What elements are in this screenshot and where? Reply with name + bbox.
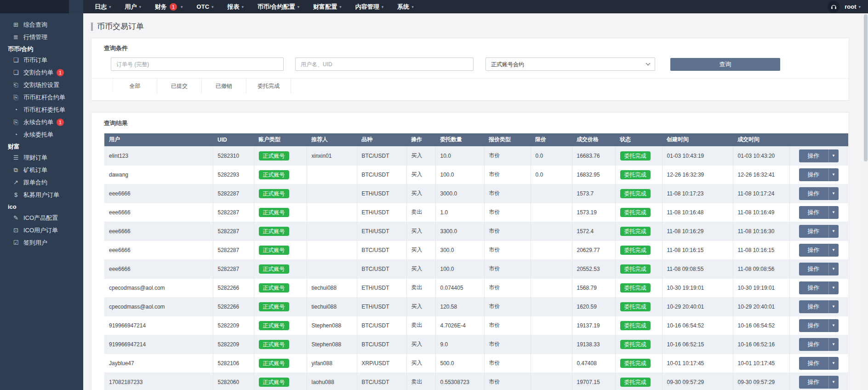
cell-actions: 操作▼ bbox=[789, 222, 848, 241]
cell-dealt-at: 10-01 10:17:45 bbox=[733, 354, 789, 373]
search-button[interactable]: 查询 bbox=[670, 58, 780, 71]
status-badge: 委托完成 bbox=[620, 359, 651, 368]
action-dropdown-toggle[interactable]: ▼ bbox=[828, 376, 839, 389]
column-header-12: 创建时间 bbox=[662, 133, 733, 146]
nav-item-otc[interactable]: OTC▾ bbox=[190, 0, 221, 13]
support-avatar[interactable] bbox=[828, 1, 839, 13]
cell-dealt-at: 11-08 10:17:24 bbox=[733, 184, 789, 203]
vertical-scrollbar[interactable] bbox=[863, 13, 868, 390]
action-button[interactable]: 操作 bbox=[799, 187, 828, 200]
action-dropdown-toggle[interactable]: ▼ bbox=[828, 187, 839, 200]
action-dropdown-toggle[interactable]: ▼ bbox=[828, 319, 839, 332]
sidebar-toggle[interactable] bbox=[69, 0, 83, 13]
action-button[interactable]: 操作 bbox=[799, 357, 828, 370]
nav-item-finance[interactable]: 财务1▾ bbox=[148, 0, 190, 13]
action-dropdown-toggle[interactable]: ▼ bbox=[828, 338, 839, 351]
sidebar-item-market-management[interactable]: ≣行情管理 bbox=[0, 31, 83, 43]
cell-dealt-at: 11-08 10:16:49 bbox=[733, 203, 789, 222]
sidebar-item-delivery-risk-settings[interactable]: ⎗交割场控设置 bbox=[0, 79, 83, 91]
status-badge: 委托完成 bbox=[620, 302, 651, 311]
cell-account-type: 正式账号 bbox=[254, 222, 307, 241]
status-badge: 委托完成 bbox=[620, 340, 651, 349]
nav-item-system[interactable]: 系统▾ bbox=[390, 0, 421, 13]
cell-status: 委托完成 bbox=[615, 297, 662, 316]
sidebar-item-coin-leverage-entrust-orders[interactable]: ◔币币杠杆委托单 bbox=[0, 103, 83, 116]
action-dropdown-toggle[interactable]: ▼ bbox=[828, 244, 839, 257]
account-type-badge: 正式账号 bbox=[259, 227, 289, 236]
tab-submitted[interactable]: 已提交 bbox=[157, 79, 202, 93]
order-number-input[interactable] bbox=[111, 57, 284, 71]
cell-uid: 5282287 bbox=[213, 259, 254, 278]
account-type-badge: 正式账号 bbox=[259, 151, 289, 161]
cell-amount: 0.55308723 bbox=[435, 373, 484, 390]
action-dropdown-toggle[interactable]: ▼ bbox=[828, 281, 839, 294]
action-button[interactable]: 操作 bbox=[799, 319, 828, 332]
nav-item-content-management[interactable]: 内容管理▾ bbox=[348, 0, 391, 13]
cell-uid: 5282310 bbox=[213, 146, 254, 165]
action-button[interactable]: 操作 bbox=[799, 244, 828, 257]
nav-item-reports[interactable]: 报表▾ bbox=[221, 0, 251, 13]
sidebar-item-delivery-contract-orders[interactable]: ❏交割合约单1 bbox=[0, 66, 83, 79]
sidebar-item-miner-orders[interactable]: ⧉矿机订单 bbox=[0, 164, 83, 176]
action-dropdown-toggle[interactable]: ▼ bbox=[828, 263, 839, 275]
account-type-select[interactable]: 正式账号合约 bbox=[485, 57, 655, 71]
action-button[interactable]: 操作 bbox=[799, 263, 828, 275]
action-button[interactable]: 操作 bbox=[799, 281, 828, 294]
cell-dealt-at: 01-03 10:43:20 bbox=[733, 146, 789, 165]
sidebar-item-ico-user-orders[interactable]: ⊡ICO用户订单 bbox=[0, 224, 83, 236]
sidebar-item-perpetual-entrust-orders[interactable]: ◔永续委托单 bbox=[0, 128, 83, 141]
cell-quote-type: 市价 bbox=[484, 222, 531, 241]
cell-symbol: BTC/USDT bbox=[357, 316, 406, 335]
cell-user: dawang bbox=[104, 165, 213, 184]
action-dropdown-toggle[interactable]: ▼ bbox=[828, 300, 839, 313]
action-button[interactable]: 操作 bbox=[799, 300, 828, 313]
nav-item-users[interactable]: 用户▾ bbox=[118, 0, 148, 13]
tab-cancelled[interactable]: 已撤销 bbox=[202, 79, 246, 93]
cell-limit-price bbox=[531, 373, 572, 390]
sidebar-item-coin-orders[interactable]: ❏币币订单 bbox=[0, 54, 83, 66]
cell-quote-type: 市价 bbox=[484, 278, 531, 297]
cell-uid: 5282209 bbox=[213, 335, 254, 354]
action-button[interactable]: 操作 bbox=[799, 206, 828, 219]
sidebar-item-signin-users[interactable]: ☑签到用户 bbox=[0, 236, 83, 249]
sidebar-item-perpetual-contract-orders[interactable]: ⎘永续合约单1 bbox=[0, 116, 83, 128]
sidebar-item-coin-leverage-contract-orders[interactable]: ⎘币币杠杆合约单 bbox=[0, 91, 83, 103]
sidebar-item-private-fund-orders[interactable]: $私募用户订单 bbox=[0, 189, 83, 201]
cell-symbol: ETH/USDT bbox=[357, 278, 406, 297]
page-title-text: 币币交易订单 bbox=[97, 21, 144, 32]
nav-item-logs[interactable]: 日志▾ bbox=[88, 0, 118, 13]
nav-item-wealth-config[interactable]: 财富配置▾ bbox=[306, 0, 348, 13]
cell-limit-price bbox=[531, 335, 572, 354]
dollar-icon: $ bbox=[12, 191, 20, 198]
sidebar-item-ico-product-config[interactable]: ✎ICO产品配置 bbox=[0, 212, 83, 224]
action-dropdown-toggle[interactable]: ▼ bbox=[828, 149, 839, 162]
sidebar-item-follow-contracts[interactable]: ↗跟单合约 bbox=[0, 176, 83, 189]
action-button[interactable]: 操作 bbox=[799, 225, 828, 238]
nav-item-coin-contract-config[interactable]: 币币/合约配置▾ bbox=[251, 0, 306, 13]
action-button[interactable]: 操作 bbox=[799, 149, 828, 162]
tab-all[interactable]: 全部 bbox=[113, 79, 157, 93]
username-uid-input[interactable] bbox=[295, 57, 474, 71]
query-panel: 查询条件 正式账号合约 查询 全部已提交已撤销委托完成 bbox=[91, 38, 849, 101]
cell-status: 委托完成 bbox=[615, 165, 662, 184]
action-button[interactable]: 操作 bbox=[799, 338, 828, 351]
cell-actions: 操作▼ bbox=[789, 278, 848, 297]
cell-deal-price: 1620.59 bbox=[572, 297, 615, 316]
tab-entrust-completed[interactable]: 委托完成 bbox=[246, 79, 291, 93]
action-dropdown-toggle[interactable]: ▼ bbox=[828, 357, 839, 370]
sidebar-item-overview-query[interactable]: ⊞综合查询 bbox=[0, 18, 83, 31]
cell-deal-price: 1572.4 bbox=[572, 222, 615, 241]
status-badge: 委托完成 bbox=[620, 170, 651, 179]
user-menu[interactable]: root ▾ bbox=[845, 3, 861, 10]
cell-deal-price: 1573.19 bbox=[572, 203, 615, 222]
action-dropdown-toggle[interactable]: ▼ bbox=[828, 168, 839, 181]
action-button[interactable]: 操作 bbox=[799, 168, 828, 181]
chevron-down-icon: ▾ bbox=[339, 5, 342, 9]
sidebar-item-finance-orders[interactable]: ☰理财订单 bbox=[0, 151, 83, 164]
action-dropdown-toggle[interactable]: ▼ bbox=[828, 225, 839, 238]
cell-user: eee6666 bbox=[104, 184, 213, 203]
cell-referrer: xinxin01 bbox=[307, 146, 357, 165]
scrollbar-thumb[interactable] bbox=[864, 14, 868, 161]
action-button[interactable]: 操作 bbox=[799, 376, 828, 389]
action-dropdown-toggle[interactable]: ▼ bbox=[828, 206, 839, 219]
